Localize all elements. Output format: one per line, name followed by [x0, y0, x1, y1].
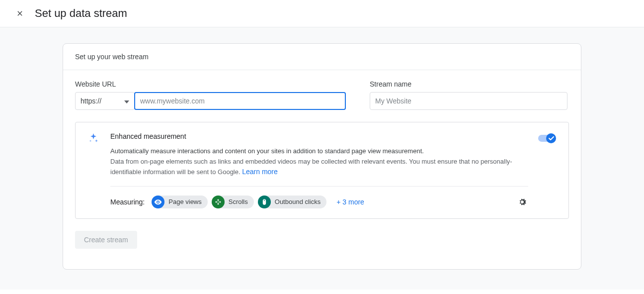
svg-point-1 — [546, 133, 556, 143]
learn-more-link[interactable]: Learn more — [242, 168, 278, 176]
stream-name-input[interactable] — [370, 92, 567, 110]
stream-column: Stream name — [370, 80, 567, 110]
workspace: Set up your web stream Website URL https… — [0, 27, 644, 290]
chips-container: Page views Scrolls — [152, 196, 516, 208]
enhanced-toggle[interactable] — [538, 132, 557, 144]
chip-label: Outbound clicks — [275, 198, 321, 205]
form-row: Website URL https:// Stream name — [63, 70, 581, 122]
chip-label: Scrolls — [229, 198, 248, 205]
card-header: Set up your web stream — [63, 44, 581, 70]
main-card: Set up your web stream Website URL https… — [63, 43, 581, 270]
measuring-row: Measuring: Page views — [110, 196, 528, 208]
measuring-label: Measuring: — [110, 198, 145, 206]
more-chips-link[interactable]: + 3 more — [336, 198, 364, 206]
stream-name-label: Stream name — [370, 80, 567, 88]
url-label: Website URL — [75, 80, 346, 88]
chip-scrolls: Scrolls — [212, 196, 254, 208]
divider — [110, 186, 528, 187]
chip-label: Page views — [168, 198, 201, 205]
close-button[interactable] — [14, 7, 26, 19]
enhanced-description-1: Automatically measure interactions and c… — [110, 147, 528, 155]
top-bar: Set up data stream — [0, 0, 644, 27]
close-icon — [16, 9, 24, 17]
enhanced-description-2: Data from on-page elements such as links… — [110, 157, 528, 177]
mouse-icon — [258, 196, 271, 208]
enhanced-description-text: Data from on-page elements such as links… — [110, 158, 512, 176]
enhanced-top-row: Enhanced measurement Automatically measu… — [87, 132, 557, 208]
enhanced-measurement-panel: Enhanced measurement Automatically measu… — [75, 122, 569, 219]
sparkle-icon — [87, 132, 99, 144]
gear-icon — [517, 197, 527, 207]
eye-icon — [152, 196, 164, 208]
protocol-select[interactable]: https:// — [75, 92, 135, 110]
url-group: https:// — [75, 92, 346, 110]
chip-page-views: Page views — [152, 196, 207, 208]
chip-outbound-clicks: Outbound clicks — [258, 196, 327, 208]
protocol-value: https:// — [80, 97, 101, 105]
page-title: Set up data stream — [35, 7, 127, 20]
chevron-down-icon — [124, 97, 129, 105]
enhanced-title: Enhanced measurement — [110, 132, 528, 140]
website-url-input[interactable] — [134, 92, 346, 110]
enhanced-body: Enhanced measurement Automatically measu… — [110, 132, 528, 208]
settings-button[interactable] — [516, 196, 528, 208]
arrows-icon — [212, 196, 225, 208]
url-column: Website URL https:// — [75, 80, 346, 110]
create-stream-button[interactable]: Create stream — [75, 231, 137, 249]
